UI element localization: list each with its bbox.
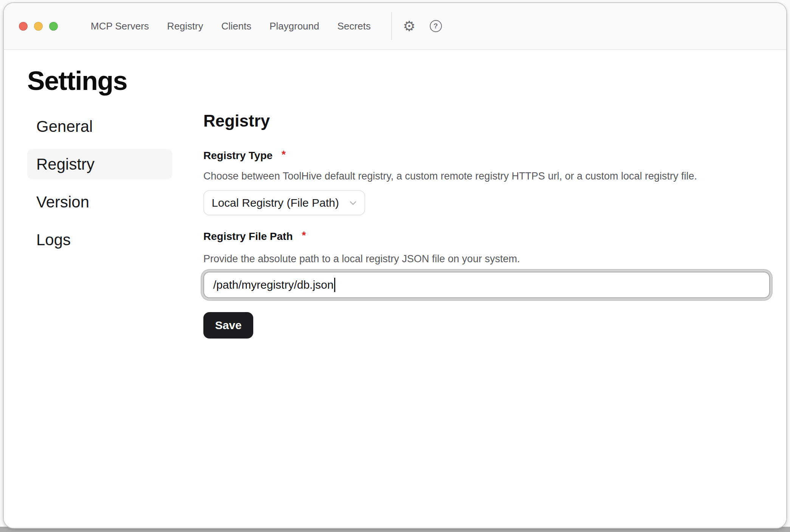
settings-button[interactable]: ⚙ [401, 18, 418, 34]
zoom-window-button[interactable] [49, 22, 58, 31]
registry-file-path-label-text: Registry File Path [203, 230, 293, 243]
minimize-window-button[interactable] [34, 22, 43, 31]
registry-file-path-description: Provide the absolute path to a local reg… [203, 252, 770, 265]
close-window-button[interactable] [19, 22, 28, 31]
nav-item-clients[interactable]: Clients [221, 21, 251, 31]
chevron-down-icon [349, 198, 358, 207]
sidebar-item-logs[interactable]: Logs [27, 224, 172, 255]
save-button[interactable]: Save [203, 312, 253, 339]
sidebar-item-general[interactable]: General [27, 111, 172, 142]
registry-file-path-value: /path/myregistry/db.json [213, 278, 333, 291]
settings-page: Settings General Registry Version Logs R… [4, 50, 786, 528]
sidebar-item-version[interactable]: Version [27, 187, 172, 217]
section-heading: Registry [203, 112, 770, 130]
main-navigation: MCP Servers Registry Clients Playground … [91, 21, 371, 31]
registry-type-select[interactable]: Local Registry (File Path) [203, 190, 365, 215]
titlebar: MCP Servers Registry Clients Playground … [4, 3, 786, 50]
registry-type-description: Choose between ToolHive default registry… [203, 170, 770, 182]
titlebar-divider [391, 12, 392, 40]
help-icon: ? [430, 20, 442, 32]
registry-file-path-input[interactable]: /path/myregistry/db.json [203, 272, 770, 298]
text-cursor [334, 278, 335, 292]
registry-type-label-text: Registry Type [203, 149, 273, 162]
page-title: Settings [27, 65, 786, 97]
app-window: MCP Servers Registry Clients Playground … [3, 2, 787, 529]
settings-sidebar: General Registry Version Logs [27, 111, 172, 255]
window-controls [19, 22, 58, 31]
nav-item-secrets[interactable]: Secrets [338, 21, 371, 31]
required-asterisk: * [282, 148, 286, 161]
required-asterisk: * [302, 229, 306, 242]
gear-icon: ⚙ [403, 19, 415, 33]
help-button[interactable]: ? [428, 18, 444, 34]
nav-item-playground[interactable]: Playground [270, 21, 319, 31]
registry-file-path-label: Registry File Path * [203, 230, 770, 243]
registry-type-selected-value: Local Registry (File Path) [212, 196, 339, 209]
sidebar-item-registry[interactable]: Registry [27, 149, 172, 179]
nav-item-registry[interactable]: Registry [167, 21, 203, 31]
registry-settings-panel: Registry Registry Type * Choose between … [203, 111, 770, 339]
nav-item-mcp-servers[interactable]: MCP Servers [91, 21, 149, 31]
registry-type-label: Registry Type * [203, 149, 770, 162]
